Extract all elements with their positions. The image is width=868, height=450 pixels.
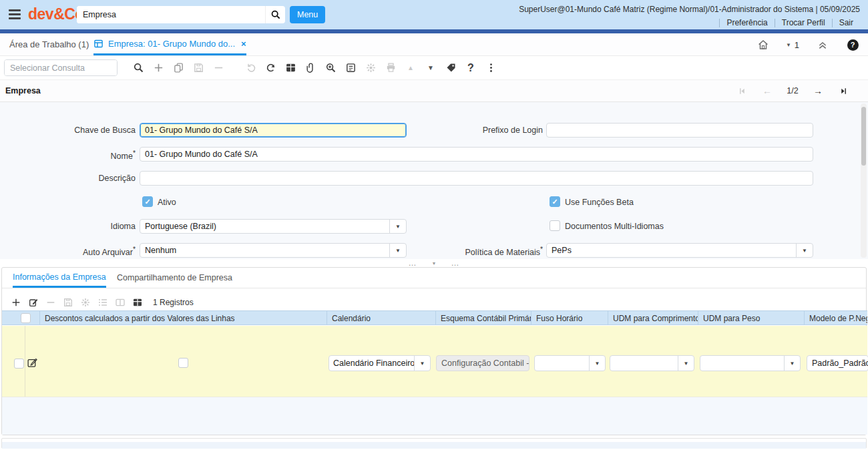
fuso-horario-select[interactable]: ▼ bbox=[534, 355, 606, 371]
tab-empresa-window[interactable]: Empresa: 01- Grupo Mundo do... × bbox=[93, 33, 246, 55]
detail-grid-toolbar: 1 Registros bbox=[2, 293, 866, 312]
zoom-across-icon[interactable] bbox=[320, 59, 341, 77]
global-search-box bbox=[77, 6, 285, 23]
form-scrollbar-thumb[interactable] bbox=[861, 107, 866, 166]
select-all-checkbox[interactable] bbox=[21, 313, 31, 323]
descricao-input[interactable] bbox=[140, 171, 813, 186]
grid-row[interactable]: Calendário Financeiro-C ▼ Configuração C… bbox=[2, 326, 867, 397]
tab-label: Empresa: 01- Grupo Mundo do... bbox=[108, 39, 235, 49]
column-header-esquema-contabil[interactable]: Esquema Contábil Primário bbox=[436, 311, 531, 325]
save-row-icon bbox=[59, 294, 77, 311]
last-record-icon[interactable] bbox=[831, 83, 856, 99]
grid-header-row: Descontos calculados a partir dos Valore… bbox=[2, 310, 867, 325]
descricao-label: Descrição bbox=[2, 174, 136, 183]
udm-peso-select[interactable]: ▼ bbox=[700, 355, 801, 371]
edit-row-icon[interactable] bbox=[25, 294, 42, 311]
use-funcoes-beta-label: Use Funções Beta bbox=[565, 198, 634, 207]
change-role-link[interactable]: Trocar Perfil bbox=[775, 18, 832, 27]
splitter-collapse-icon[interactable]: ▼ bbox=[432, 261, 437, 266]
column-header-modelo-pneg[interactable]: Modelo de P.Neg bbox=[805, 311, 867, 325]
prefixo-de-login-input[interactable] bbox=[546, 123, 813, 138]
label-tag-icon[interactable] bbox=[441, 59, 461, 77]
window-toolbar: ▼ ▲ ▼ ? bbox=[0, 56, 868, 80]
documentos-multi-idiomas-label: Documentos Multi-Idiomas bbox=[565, 222, 664, 231]
tab-compartilhamento-de-empresa[interactable]: Compartilhamento de Empresa bbox=[117, 268, 232, 288]
chevron-down-icon: ▼ bbox=[389, 244, 406, 257]
close-icon[interactable]: × bbox=[241, 39, 246, 49]
collapse-all-icon[interactable] bbox=[808, 39, 837, 50]
copy-record-icon[interactable] bbox=[168, 59, 188, 77]
column-header-udm-comprimento[interactable]: UDM para Comprimento bbox=[608, 311, 698, 325]
chevron-down-icon: ▼ bbox=[796, 244, 813, 257]
modelo-pneg-field[interactable]: Padrão_Padrão bbox=[807, 355, 868, 371]
process-gear-icon bbox=[361, 59, 381, 77]
auto-arquivar-select[interactable]: Nenhum ▼ bbox=[140, 243, 407, 258]
tab-informacoes-da-empresa[interactable]: Informações da Empresa bbox=[13, 268, 106, 288]
window-icon bbox=[93, 39, 103, 49]
row-select-checkbox[interactable] bbox=[14, 359, 24, 369]
column-header-calendario[interactable]: Calendário bbox=[327, 311, 436, 325]
preferences-link[interactable]: Preferência bbox=[720, 18, 774, 27]
grid-toggle-icon[interactable] bbox=[280, 59, 300, 77]
row-edit-icon[interactable] bbox=[27, 357, 38, 371]
logout-link[interactable]: Sair bbox=[833, 18, 860, 27]
caret-up-icon: ▲ bbox=[401, 59, 421, 77]
search-icon[interactable] bbox=[265, 6, 285, 23]
add-row-icon[interactable] bbox=[7, 294, 25, 311]
caret-down-icon[interactable]: ▼ bbox=[421, 59, 441, 77]
user-session-info: SuperUser@01-Mundo Café Matriz (Regime N… bbox=[519, 5, 860, 14]
process-row-gear-icon bbox=[77, 294, 94, 311]
window-count-dropdown[interactable]: ▼ 1 bbox=[777, 40, 808, 50]
politica-de-materiais-select[interactable]: PePs ▼ bbox=[546, 243, 813, 258]
attachment-icon[interactable] bbox=[300, 59, 320, 77]
chave-de-busca-label: Chave de Busca bbox=[2, 126, 136, 135]
chave-de-busca-input[interactable] bbox=[140, 123, 407, 138]
idioma-select[interactable]: Portuguese (Brazil) ▼ bbox=[140, 219, 407, 234]
use-funcoes-beta-checkbox[interactable]: ✓ bbox=[550, 196, 560, 207]
previous-record-icon: ← bbox=[754, 83, 780, 99]
more-options-icon[interactable] bbox=[481, 59, 501, 77]
customize-columns-icon bbox=[112, 294, 129, 311]
saved-query-input[interactable] bbox=[5, 60, 118, 75]
tab-workspace[interactable]: Área de Trabalho (1) bbox=[9, 33, 89, 55]
hamburger-menu-icon[interactable] bbox=[9, 9, 21, 19]
refresh-icon[interactable] bbox=[260, 59, 280, 77]
descontos-checkbox[interactable] bbox=[178, 358, 188, 368]
toggle-grid-icon[interactable] bbox=[129, 294, 146, 311]
help-question-icon[interactable]: ? bbox=[461, 59, 481, 77]
required-asterisk: * bbox=[133, 150, 136, 157]
window-count: 1 bbox=[795, 40, 799, 50]
splitter-handle[interactable]: … bbox=[409, 258, 417, 268]
panel-splitter[interactable]: … ▼ … bbox=[0, 259, 868, 267]
chevron-down-icon: ▼ bbox=[678, 356, 694, 371]
ativo-checkbox[interactable]: ✓ bbox=[142, 196, 153, 207]
documentos-multi-idiomas-checkbox[interactable] bbox=[550, 220, 560, 231]
politica-de-materiais-label: Política de Materiais* bbox=[409, 246, 543, 257]
splitter-handle[interactable]: … bbox=[451, 258, 459, 268]
column-header-udm-peso[interactable]: UDM para Peso bbox=[698, 311, 805, 325]
detail-panel: Informações da Empresa Compartilhamento … bbox=[1, 267, 867, 435]
chevron-down-icon: ▼ bbox=[414, 356, 430, 371]
tabbar-right-icons: ▼ 1 ? bbox=[749, 33, 868, 56]
next-record-icon[interactable]: → bbox=[805, 83, 831, 99]
column-header-fuso-horario[interactable]: Fuso Horário bbox=[531, 311, 608, 325]
column-divider bbox=[25, 326, 25, 397]
home-icon[interactable] bbox=[749, 39, 777, 51]
records-count: 1 Registros bbox=[153, 298, 194, 307]
first-record-icon bbox=[729, 83, 754, 99]
required-asterisk: * bbox=[540, 246, 543, 253]
esquema-contabil-field: Configuração Contabil - G bbox=[436, 355, 529, 371]
column-header-descontos[interactable]: Descontos calculados a partir dos Valore… bbox=[40, 311, 327, 325]
nome-input[interactable] bbox=[140, 147, 813, 162]
chat-log-icon[interactable] bbox=[341, 59, 361, 77]
calendario-select[interactable]: Calendário Financeiro-C ▼ bbox=[329, 355, 431, 371]
help-icon[interactable]: ? bbox=[837, 39, 868, 51]
udm-comprimento-select[interactable]: ▼ bbox=[610, 355, 694, 371]
find-record-icon[interactable] bbox=[128, 59, 148, 77]
new-record-icon[interactable] bbox=[148, 59, 168, 77]
record-pager: ← 1/2 → bbox=[729, 83, 856, 99]
global-search-input[interactable] bbox=[77, 6, 265, 23]
save-icon bbox=[188, 59, 208, 77]
menu-button[interactable]: Menu bbox=[290, 6, 325, 23]
detail-tab-bar: Informações da Empresa Compartilhamento … bbox=[2, 268, 866, 288]
